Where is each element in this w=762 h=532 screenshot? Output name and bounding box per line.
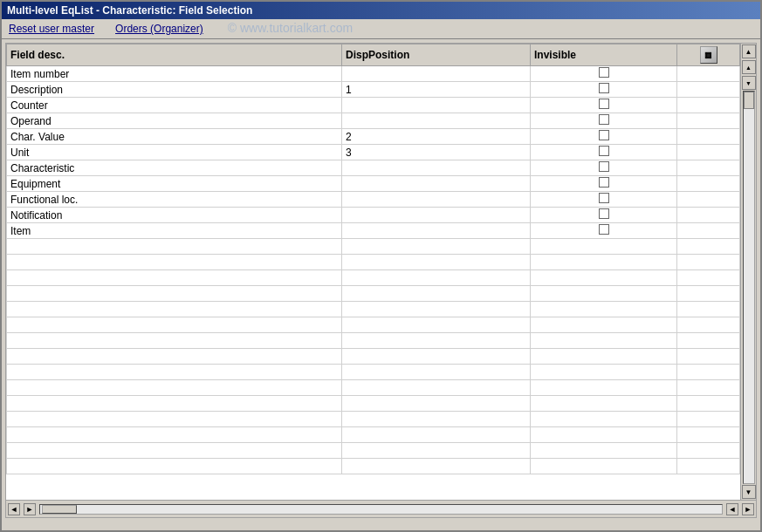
menu-bar: Reset user master Orders (Organizer) © w…: [2, 19, 760, 39]
icon-placeholder-cell: [677, 317, 740, 333]
h-scroll-left-btn[interactable]: ◄: [726, 503, 738, 515]
disp-position-cell: [342, 223, 531, 239]
col-header-disp-position: DispPosition: [342, 44, 531, 66]
field-desc-cell: Char. Value: [7, 129, 342, 145]
icon-placeholder-cell: [677, 145, 740, 160]
small-up-btn[interactable]: ▲: [742, 60, 756, 74]
field-desc-cell: [7, 365, 342, 380]
table-row: [7, 459, 740, 474]
table-row: [7, 255, 740, 270]
field-desc-cell: Characteristic: [7, 160, 342, 176]
invisible-cell: [531, 302, 677, 317]
table-row: Characteristic: [7, 160, 740, 176]
invisible-checkbox[interactable]: [599, 146, 609, 156]
invisible-checkbox[interactable]: [599, 161, 609, 172]
disp-position-cell: [342, 270, 531, 286]
invisible-checkbox[interactable]: [599, 130, 609, 140]
icon-placeholder-cell: [677, 349, 740, 365]
disp-position-cell: [342, 176, 531, 192]
icon-placeholder-cell: [677, 239, 740, 255]
title-text: Multi-level EqList - Characteristic: Fie…: [7, 4, 252, 17]
invisible-cell: [531, 459, 677, 474]
field-desc-cell: Functional loc.: [7, 192, 342, 208]
nav-left-btn[interactable]: ◄: [8, 503, 20, 515]
disp-position-cell: [342, 380, 531, 396]
nav-right-btn[interactable]: ►: [24, 503, 36, 515]
icon-placeholder-cell: [677, 412, 740, 427]
invisible-cell: [531, 349, 677, 365]
column-icon-btn[interactable]: ▦: [700, 46, 717, 64]
icon-placeholder-cell: [677, 208, 740, 223]
field-desc-cell: [7, 239, 342, 255]
table-row: Counter: [7, 98, 740, 113]
invisible-cell: [531, 239, 677, 255]
invisible-cell: [531, 176, 677, 192]
invisible-cell: [531, 270, 677, 286]
orders-organizer-menu[interactable]: Orders (Organizer): [112, 21, 207, 37]
small-scroll-area: ▲ ▼: [742, 59, 756, 91]
field-desc-cell: Counter: [7, 98, 342, 113]
table-container: Field desc. DispPosition Invisible ▦ Ite…: [6, 44, 756, 500]
invisible-checkbox[interactable]: [599, 67, 609, 78]
disp-position-cell: 1: [342, 82, 531, 98]
icon-placeholder-cell: [677, 192, 740, 208]
scroll-up-btn[interactable]: ▲: [742, 44, 756, 58]
table-row: [7, 427, 740, 443]
icon-placeholder-cell: [677, 176, 740, 192]
icon-placeholder-cell: [677, 427, 740, 443]
icon-placeholder-cell: [677, 160, 740, 176]
invisible-checkbox[interactable]: [599, 208, 609, 219]
disp-position-cell: [342, 412, 531, 427]
icon-placeholder-cell: [677, 82, 740, 98]
field-desc-cell: [7, 255, 342, 270]
invisible-cell: [531, 82, 677, 98]
content-area: Field desc. DispPosition Invisible ▦ Ite…: [5, 43, 757, 518]
disp-position-cell: [342, 427, 531, 443]
disp-position-cell: [342, 396, 531, 412]
small-down-btn[interactable]: ▼: [742, 76, 756, 90]
icon-placeholder-cell: [677, 223, 740, 239]
invisible-cell: [531, 66, 677, 82]
field-desc-cell: [7, 286, 342, 302]
field-selection-table: Field desc. DispPosition Invisible ▦ Ite…: [6, 44, 740, 474]
h-scroll-right-btn[interactable]: ►: [742, 503, 754, 515]
invisible-cell: [531, 396, 677, 412]
col-header-icon: ▦: [677, 44, 740, 66]
disp-position-cell: [342, 255, 531, 270]
icon-placeholder-cell: [677, 270, 740, 286]
invisible-cell: [531, 255, 677, 270]
invisible-cell: [531, 380, 677, 396]
icon-placeholder-cell: [677, 333, 740, 349]
scroll-down-btn[interactable]: ▼: [742, 485, 756, 499]
invisible-cell: [531, 98, 677, 113]
field-desc-cell: Unit: [7, 145, 342, 160]
col-header-invisible: Invisible: [531, 44, 677, 66]
table-row: Notification: [7, 208, 740, 223]
table-row: [7, 443, 740, 459]
disp-position-cell: [342, 302, 531, 317]
table-row: [7, 396, 740, 412]
table-row: [7, 349, 740, 365]
disp-position-cell: [342, 239, 531, 255]
h-scroll-track[interactable]: [39, 504, 723, 515]
disp-position-cell: [342, 286, 531, 302]
reset-user-master-menu[interactable]: Reset user master: [5, 21, 98, 37]
disp-position-cell: [342, 113, 531, 129]
scroll-track[interactable]: [743, 91, 755, 484]
invisible-checkbox[interactable]: [599, 177, 609, 188]
invisible-cell: [531, 160, 677, 176]
invisible-checkbox[interactable]: [599, 99, 609, 109]
icon-placeholder-cell: [677, 255, 740, 270]
invisible-checkbox[interactable]: [599, 224, 609, 235]
invisible-checkbox[interactable]: [599, 193, 609, 203]
invisible-checkbox[interactable]: [599, 114, 609, 125]
table-row: [7, 286, 740, 302]
invisible-cell: [531, 333, 677, 349]
table-wrapper[interactable]: Field desc. DispPosition Invisible ▦ Ite…: [6, 44, 740, 500]
table-row: Functional loc.: [7, 192, 740, 208]
invisible-checkbox[interactable]: [599, 83, 609, 93]
invisible-cell: [531, 223, 677, 239]
field-desc-cell: Notification: [7, 208, 342, 223]
invisible-cell: [531, 192, 677, 208]
icon-placeholder-cell: [677, 302, 740, 317]
